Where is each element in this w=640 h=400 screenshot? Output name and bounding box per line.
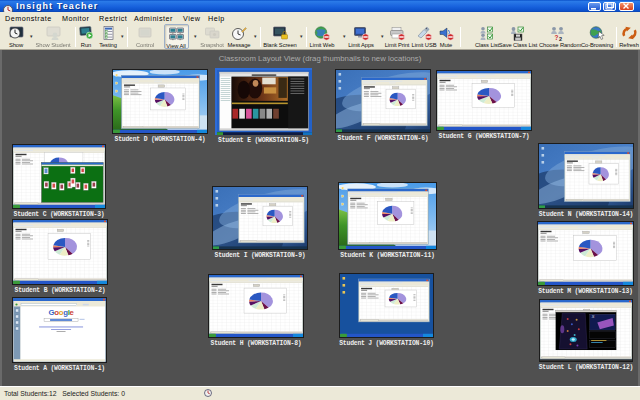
svg-text:?: ? — [554, 34, 558, 41]
svg-text:Google: Google — [49, 308, 75, 317]
svg-text:2: 2 — [559, 35, 562, 41]
